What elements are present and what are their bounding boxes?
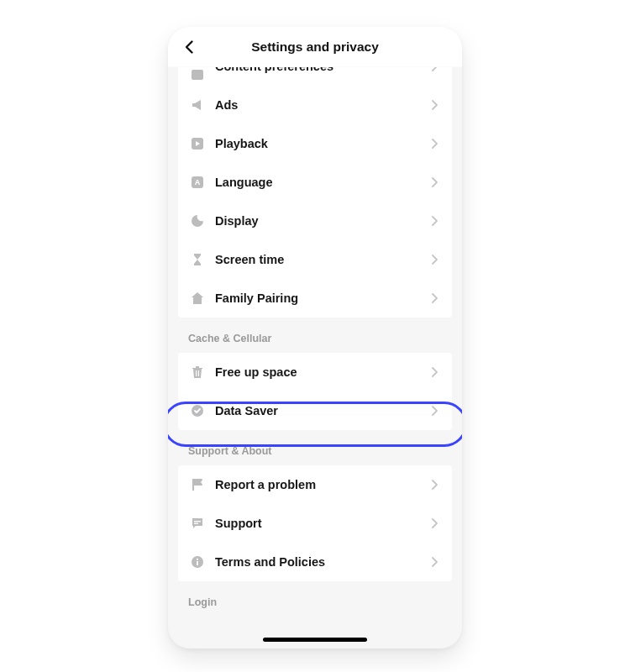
settings-row-report-problem[interactable]: Report a problem <box>178 465 452 504</box>
info-icon <box>190 554 205 570</box>
settings-row-free-up-space[interactable]: Free up space <box>178 353 452 391</box>
moon-icon <box>190 213 205 228</box>
row-label: Support <box>215 517 428 530</box>
section-header-login: Login <box>168 581 462 608</box>
flag-icon <box>190 477 205 492</box>
settings-row-family-pairing[interactable]: Family Pairing <box>178 279 452 318</box>
settings-row-content-preferences[interactable]: Content preferences <box>178 67 452 86</box>
chevron-right-icon <box>428 366 440 378</box>
play-icon <box>190 136 205 151</box>
svg-rect-5 <box>198 370 199 376</box>
chevron-right-icon <box>428 556 440 568</box>
row-label: Data Saver <box>215 404 428 417</box>
chevron-right-icon <box>428 176 440 188</box>
settings-scroll[interactable]: Content preferences Ads Playback <box>168 67 462 648</box>
chevron-right-icon <box>428 292 440 304</box>
settings-row-terms-policies[interactable]: Terms and Policies <box>178 543 452 581</box>
chevron-right-icon <box>428 517 440 529</box>
svg-rect-10 <box>197 561 198 565</box>
svg-rect-8 <box>194 523 198 524</box>
row-label: Language <box>215 176 428 189</box>
row-label: Report a problem <box>215 478 428 491</box>
header-bar: Settings and privacy <box>168 27 462 67</box>
settings-row-screen-time[interactable]: Screen time <box>178 240 452 279</box>
row-label: Content preferences <box>215 67 428 74</box>
trash-icon <box>190 365 205 380</box>
row-label: Display <box>215 214 428 228</box>
row-label: Ads <box>215 98 428 112</box>
chevron-right-icon <box>428 215 440 227</box>
settings-group-cache: Free up space Data Saver <box>178 353 452 430</box>
row-label: Playback <box>215 137 428 150</box>
chevron-right-icon <box>428 405 440 417</box>
chevron-right-icon <box>428 479 440 491</box>
section-header-cache: Cache & Cellular <box>168 318 462 353</box>
chat-icon <box>190 516 205 531</box>
language-icon: A <box>190 175 205 190</box>
content-preferences-icon <box>190 67 205 82</box>
settings-row-display[interactable]: Display <box>178 202 452 240</box>
settings-row-support[interactable]: Support <box>178 504 452 543</box>
svg-point-11 <box>197 559 198 560</box>
settings-row-language[interactable]: A Language <box>178 163 452 202</box>
svg-rect-0 <box>192 70 203 80</box>
chevron-right-icon <box>428 138 440 150</box>
chevron-right-icon <box>428 254 440 265</box>
phone-frame: Settings and privacy Content preferences… <box>168 27 462 648</box>
chevron-right-icon <box>428 67 440 72</box>
svg-text:A: A <box>195 178 201 186</box>
svg-rect-4 <box>196 370 197 376</box>
row-label: Terms and Policies <box>215 555 428 569</box>
row-label: Free up space <box>215 365 428 379</box>
row-label: Screen time <box>215 253 428 266</box>
hourglass-icon <box>190 252 205 267</box>
settings-group-support: Report a problem Support Terms and Polic… <box>178 465 452 581</box>
chevron-right-icon <box>428 99 440 111</box>
home-icon <box>190 291 205 306</box>
settings-row-playback[interactable]: Playback <box>178 124 452 163</box>
home-indicator[interactable] <box>263 638 367 642</box>
section-header-support: Support & About <box>168 430 462 465</box>
row-label: Family Pairing <box>215 291 428 305</box>
data-saver-icon <box>190 403 205 418</box>
settings-row-data-saver[interactable]: Data Saver <box>178 391 452 430</box>
chevron-left-icon <box>181 39 198 55</box>
megaphone-icon <box>190 97 205 113</box>
settings-group-content: Content preferences Ads Playback <box>178 67 452 318</box>
back-button[interactable] <box>176 34 203 60</box>
settings-row-ads[interactable]: Ads <box>178 86 452 124</box>
page-title: Settings and privacy <box>251 39 379 55</box>
svg-rect-7 <box>194 521 201 522</box>
